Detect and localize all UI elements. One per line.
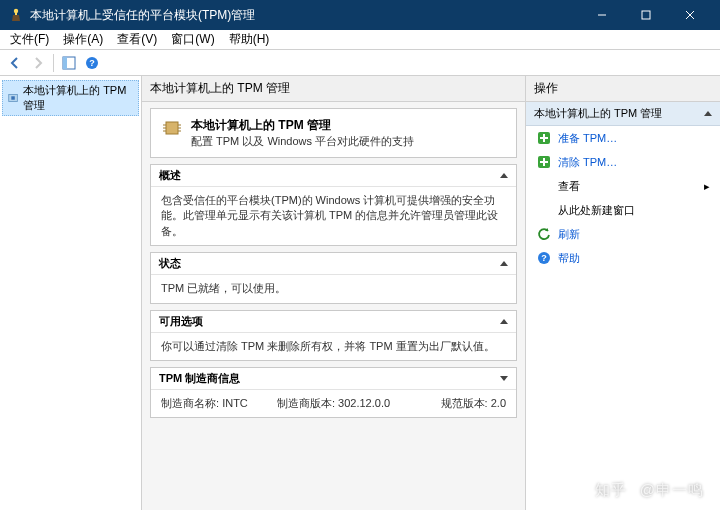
section-overview-body: 包含受信任的平台模块(TPM)的 Windows 计算机可提供增强的安全功能。此… xyxy=(151,187,516,245)
section-options-body: 你可以通过清除 TPM 来删除所有权，并将 TPM 重置为出厂默认值。 xyxy=(151,333,516,360)
actions-title: 本地计算机上的 TPM 管理 xyxy=(534,106,662,121)
action-new-window[interactable]: 从此处新建窗口 xyxy=(526,198,720,222)
actions-pane: 操作 本地计算机上的 TPM 管理 准备 TPM… 清除 TPM… 查看 ▸ xyxy=(526,76,720,510)
nav-back-button[interactable] xyxy=(4,52,26,74)
svg-rect-12 xyxy=(166,122,178,134)
menu-bar: 文件(F) 操作(A) 查看(V) 窗口(W) 帮助(H) xyxy=(0,30,720,50)
collapse-icon xyxy=(500,173,508,178)
action-prepare-tpm[interactable]: 准备 TPM… xyxy=(526,126,720,150)
manu-name-label: 制造商名称: xyxy=(161,397,219,409)
actions-header: 操作 xyxy=(526,76,720,102)
manu-name-value: INTC xyxy=(222,397,248,409)
detail-body: 本地计算机上的 TPM 管理 配置 TPM 以及 Windows 平台对此硬件的… xyxy=(142,102,525,430)
welcome-title: 本地计算机上的 TPM 管理 xyxy=(191,117,414,134)
svg-rect-11 xyxy=(11,96,14,99)
menu-window[interactable]: 窗口(W) xyxy=(165,29,220,50)
menu-file[interactable]: 文件(F) xyxy=(4,29,55,50)
collapse-icon xyxy=(704,111,712,116)
tree-root-label: 本地计算机上的 TPM 管理 xyxy=(23,83,134,113)
action-view[interactable]: 查看 ▸ xyxy=(526,174,720,198)
plus-icon xyxy=(536,154,552,170)
section-overview: 概述 包含受信任的平台模块(TPM)的 Windows 计算机可提供增强的安全功… xyxy=(150,164,517,246)
manu-spec-value: 2.0 xyxy=(491,397,506,409)
action-newwin-label: 从此处新建窗口 xyxy=(558,203,635,218)
section-options: 可用选项 你可以通过清除 TPM 来删除所有权，并将 TPM 重置为出厂默认值。 xyxy=(150,310,517,361)
action-help[interactable]: ? 帮助 xyxy=(526,246,720,270)
show-tree-button[interactable] xyxy=(58,52,80,74)
menu-help[interactable]: 帮助(H) xyxy=(223,29,276,50)
collapse-icon xyxy=(500,319,508,324)
help-icon: ? xyxy=(536,250,552,266)
action-view-label: 查看 xyxy=(558,179,698,194)
app-icon xyxy=(8,7,24,23)
section-options-header[interactable]: 可用选项 xyxy=(151,311,516,333)
svg-point-1 xyxy=(14,9,18,13)
action-clear-tpm[interactable]: 清除 TPM… xyxy=(526,150,720,174)
tpm-chip-icon xyxy=(161,117,183,142)
svg-text:?: ? xyxy=(89,58,95,68)
expand-icon xyxy=(500,376,508,381)
help-button[interactable]: ? xyxy=(81,52,103,74)
actions-title-row: 本地计算机上的 TPM 管理 xyxy=(526,102,720,126)
title-bar: 本地计算机上受信任的平台模块(TPM)管理 xyxy=(0,0,720,30)
close-button[interactable] xyxy=(668,0,712,30)
submenu-arrow-icon: ▸ xyxy=(704,180,710,193)
menu-view[interactable]: 查看(V) xyxy=(111,29,163,50)
action-refresh[interactable]: 刷新 xyxy=(526,222,720,246)
action-help-label: 帮助 xyxy=(558,251,580,266)
toolbar-separator xyxy=(53,54,54,72)
svg-rect-7 xyxy=(63,57,67,69)
action-prepare-label: 准备 TPM… xyxy=(558,131,617,146)
section-status: 状态 TPM 已就绪，可以使用。 xyxy=(150,252,517,303)
minimize-button[interactable] xyxy=(580,0,624,30)
svg-text:?: ? xyxy=(541,253,547,263)
section-status-title: 状态 xyxy=(159,256,181,271)
section-status-header[interactable]: 状态 xyxy=(151,253,516,275)
manu-spec-label: 规范版本: xyxy=(441,397,488,409)
section-overview-title: 概述 xyxy=(159,168,181,183)
blank-icon xyxy=(536,178,552,194)
section-status-body: TPM 已就绪，可以使用。 xyxy=(151,275,516,302)
window-title: 本地计算机上受信任的平台模块(TPM)管理 xyxy=(30,7,580,24)
toolbar: ? xyxy=(0,50,720,76)
tree-root-item[interactable]: 本地计算机上的 TPM 管理 xyxy=(2,80,139,116)
section-overview-header[interactable]: 概述 xyxy=(151,165,516,187)
section-manufacturer: TPM 制造商信息 制造商名称: INTC 制造商版本: 302.12.0.0 … xyxy=(150,367,517,418)
section-manufacturer-header[interactable]: TPM 制造商信息 xyxy=(151,368,516,390)
section-manufacturer-title: TPM 制造商信息 xyxy=(159,371,240,386)
blank-icon xyxy=(536,202,552,218)
action-refresh-label: 刷新 xyxy=(558,227,580,242)
nav-forward-button[interactable] xyxy=(27,52,49,74)
detail-pane: 本地计算机上的 TPM 管理 本地计算机上的 TPM 管理 配置 TPM 以及 … xyxy=(142,76,526,510)
refresh-icon xyxy=(536,226,552,242)
manu-ver-label: 制造商版本: xyxy=(277,397,335,409)
manu-ver-value: 302.12.0.0 xyxy=(338,397,390,409)
plus-icon xyxy=(536,130,552,146)
window-controls xyxy=(580,0,712,30)
welcome-subtitle: 配置 TPM 以及 Windows 平台对此硬件的支持 xyxy=(191,134,414,149)
action-clear-label: 清除 TPM… xyxy=(558,155,617,170)
menu-action[interactable]: 操作(A) xyxy=(57,29,109,50)
detail-header: 本地计算机上的 TPM 管理 xyxy=(142,76,525,102)
tpm-module-icon xyxy=(7,91,19,105)
content-area: 本地计算机上的 TPM 管理 本地计算机上的 TPM 管理 本地计算机上的 TP… xyxy=(0,76,720,510)
collapse-icon xyxy=(500,261,508,266)
tree-pane: 本地计算机上的 TPM 管理 xyxy=(0,76,142,510)
welcome-card: 本地计算机上的 TPM 管理 配置 TPM 以及 Windows 平台对此硬件的… xyxy=(150,108,517,158)
svg-rect-3 xyxy=(642,11,650,19)
section-options-title: 可用选项 xyxy=(159,314,203,329)
maximize-button[interactable] xyxy=(624,0,668,30)
section-manufacturer-body: 制造商名称: INTC 制造商版本: 302.12.0.0 规范版本: 2.0 xyxy=(151,390,516,417)
actions-list: 本地计算机上的 TPM 管理 准备 TPM… 清除 TPM… 查看 ▸ 从此处新… xyxy=(526,102,720,270)
